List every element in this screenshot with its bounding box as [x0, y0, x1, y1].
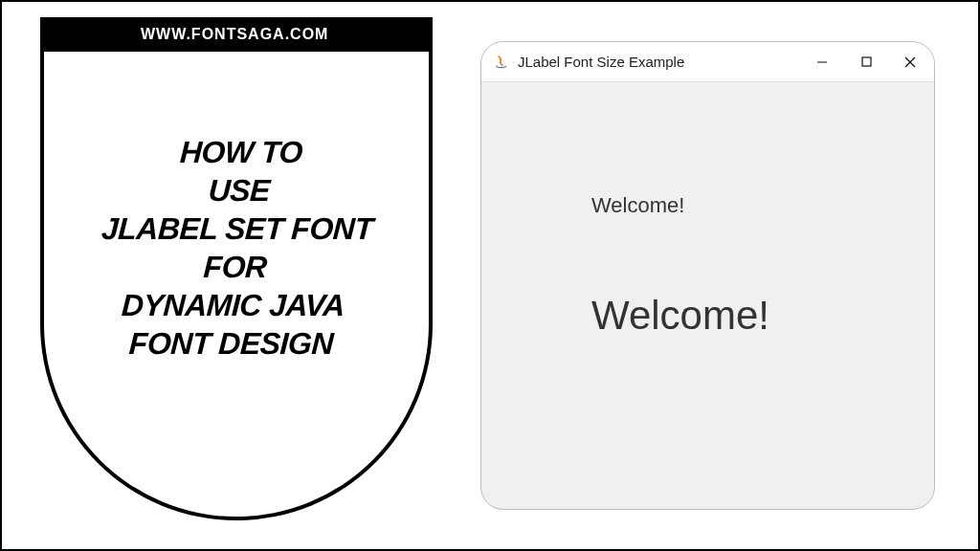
left-panel: WWW.FONTSAGA.COM HOW TOUSEJLABEL SET FON…: [2, 2, 461, 549]
window-controls: [813, 54, 919, 71]
window-body: Welcome! Welcome!: [481, 82, 934, 509]
jlabel-large: Welcome!: [591, 293, 769, 339]
right-panel: JLabel Font Size Example Welcome! Welcom…: [461, 2, 978, 549]
close-button[interactable]: [902, 54, 919, 71]
svg-rect-1: [862, 57, 871, 66]
minimize-button[interactable]: [813, 54, 831, 71]
article-heading: HOW TOUSEJLABEL SET FONTFORDYNAMIC JAVAF…: [95, 133, 378, 363]
java-icon: [493, 54, 510, 71]
title-shield: HOW TOUSEJLABEL SET FONTFORDYNAMIC JAVAF…: [40, 52, 433, 520]
window-titlebar: JLabel Font Size Example: [481, 42, 934, 82]
document-container: WWW.FONTSAGA.COM HOW TOUSEJLABEL SET FON…: [2, 2, 978, 549]
jlabel-small: Welcome!: [591, 193, 684, 218]
java-window: JLabel Font Size Example Welcome! Welcom…: [480, 41, 935, 510]
maximize-button[interactable]: [858, 54, 875, 71]
window-title: JLabel Font Size Example: [518, 54, 813, 70]
url-bar: WWW.FONTSAGA.COM: [40, 17, 433, 52]
